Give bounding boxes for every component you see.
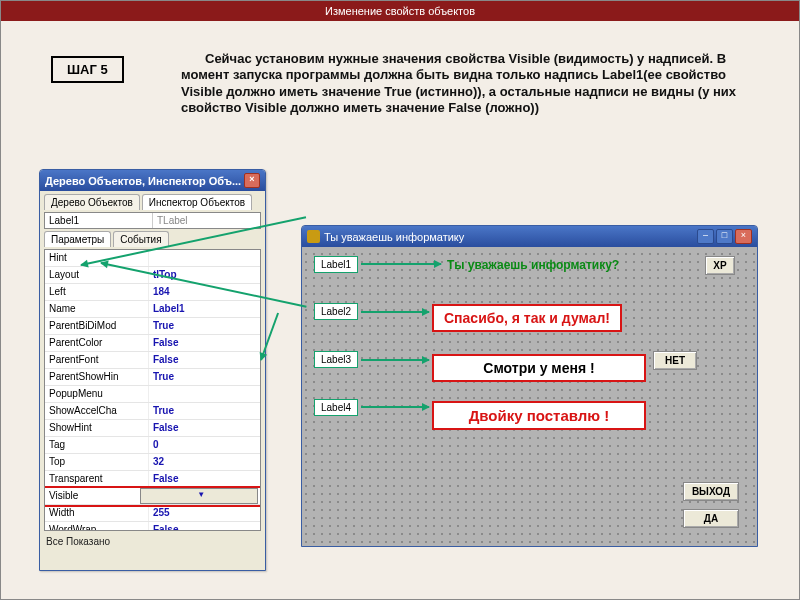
property-value[interactable]: False (149, 420, 260, 436)
arrow-icon (361, 311, 429, 313)
inspector-titlebar[interactable]: Дерево Объектов, Инспектор Объ... × (40, 170, 265, 191)
property-value[interactable]: False (149, 352, 260, 368)
property-name: Name (45, 301, 149, 317)
callout-label2: Label2 (314, 303, 358, 320)
property-name: Visible (45, 488, 153, 504)
property-value[interactable]: 0 (149, 437, 260, 453)
property-row[interactable]: Left184 (45, 284, 260, 301)
property-row[interactable]: NameLabel1 (45, 301, 260, 318)
property-name: PopupMenu (45, 386, 149, 402)
inspector-top-tabs: Дерево Объектов Инспектор Объектов (40, 191, 265, 210)
property-row[interactable]: Hint (45, 250, 260, 267)
property-value[interactable]: True (149, 369, 260, 385)
tab-object-inspector[interactable]: Инспектор Объектов (142, 194, 252, 210)
callout-label3: Label3 (314, 351, 358, 368)
callout-label1: Label1 (314, 256, 358, 273)
inspector-footer: Все Показано (40, 533, 265, 550)
property-name: WordWrap (45, 522, 149, 531)
maximize-icon[interactable]: □ (716, 229, 733, 244)
label3-text[interactable]: Смотри у меня ! (432, 354, 646, 382)
property-row[interactable]: ParentColorFalse (45, 335, 260, 352)
label2-text[interactable]: Спасибо, я так и думал! (432, 304, 622, 332)
property-value[interactable]: False (149, 522, 260, 531)
property-value[interactable]: True (149, 318, 260, 334)
property-value[interactable]: False (149, 471, 260, 487)
property-value[interactable]: Label1 (149, 301, 260, 317)
property-name: Tag (45, 437, 149, 453)
dropdown-icon[interactable]: ▼ (140, 488, 258, 504)
property-row[interactable]: TransparentFalse (45, 471, 260, 488)
property-row[interactable]: Width255 (45, 505, 260, 522)
property-row[interactable]: ShowAccelChaTrue (45, 403, 260, 420)
property-row[interactable]: WordWrapFalse (45, 522, 260, 531)
net-button[interactable]: НЕТ (653, 351, 697, 370)
page-title: Изменение свойств объектов (1, 1, 799, 21)
object-inspector-window: Дерево Объектов, Инспектор Объ... × Дере… (39, 169, 266, 571)
property-name: ShowHint (45, 420, 149, 436)
property-name: ShowAccelCha (45, 403, 149, 419)
xp-button[interactable]: XP (705, 256, 735, 275)
label4-text[interactable]: Двойку поставлю ! (432, 401, 646, 430)
property-name: Left (45, 284, 149, 300)
arrow-icon (361, 406, 429, 408)
callout-label4: Label4 (314, 399, 358, 416)
arrow-icon (361, 263, 441, 265)
minimize-icon[interactable]: – (697, 229, 714, 244)
property-value[interactable] (149, 250, 260, 266)
tab-object-tree[interactable]: Дерево Объектов (44, 194, 140, 210)
property-value[interactable]: True (149, 403, 260, 419)
property-row[interactable]: VisibleTrue▼ (45, 488, 260, 505)
property-row[interactable]: ParentShowHinTrue (45, 369, 260, 386)
tab-events[interactable]: События (113, 231, 168, 247)
property-name: Width (45, 505, 149, 521)
label1-text[interactable]: Ты уважаешь информатику? (447, 258, 619, 272)
property-name: ParentShowHin (45, 369, 149, 385)
property-row[interactable]: PopupMenu (45, 386, 260, 403)
close-icon[interactable]: × (735, 229, 752, 244)
property-name: ParentFont (45, 352, 149, 368)
exit-button[interactable]: ВЫХОД (683, 482, 739, 501)
inspector-title-text: Дерево Объектов, Инспектор Объ... (45, 175, 241, 187)
property-name: Transparent (45, 471, 149, 487)
property-name: ParentBiDiMod (45, 318, 149, 334)
property-value[interactable]: 255 (149, 505, 260, 521)
property-row[interactable]: ShowHintFalse (45, 420, 260, 437)
property-row[interactable]: Tag0 (45, 437, 260, 454)
app-icon (307, 230, 320, 243)
property-row[interactable]: ParentFontFalse (45, 352, 260, 369)
property-row[interactable]: ParentBiDiModTrue (45, 318, 260, 335)
property-value[interactable]: 32 (149, 454, 260, 470)
tab-properties[interactable]: Параметры (44, 231, 111, 247)
property-name: ParentColor (45, 335, 149, 351)
instruction-paragraph: Сейчас установим нужные значения свойств… (181, 51, 741, 116)
property-name: Top (45, 454, 149, 470)
form-title-text: Ты уважаешь информатику (324, 231, 464, 243)
component-name: Label1 (45, 213, 153, 228)
close-icon[interactable]: × (244, 173, 260, 188)
step-label: ШАГ 5 (51, 56, 124, 83)
form-titlebar[interactable]: Ты уважаешь информатику – □ × (302, 226, 757, 247)
component-selector[interactable]: Label1 TLabel (44, 212, 261, 229)
property-row[interactable]: LayouttlTop (45, 267, 260, 284)
arrow-icon (361, 359, 429, 361)
component-type: TLabel (153, 213, 260, 228)
da-button[interactable]: ДА (683, 509, 739, 528)
design-form-window: Ты уважаешь информатику – □ × Ты уважаеш… (301, 225, 758, 547)
property-row[interactable]: Top32 (45, 454, 260, 471)
property-value[interactable] (149, 386, 260, 402)
property-value[interactable]: False (149, 335, 260, 351)
